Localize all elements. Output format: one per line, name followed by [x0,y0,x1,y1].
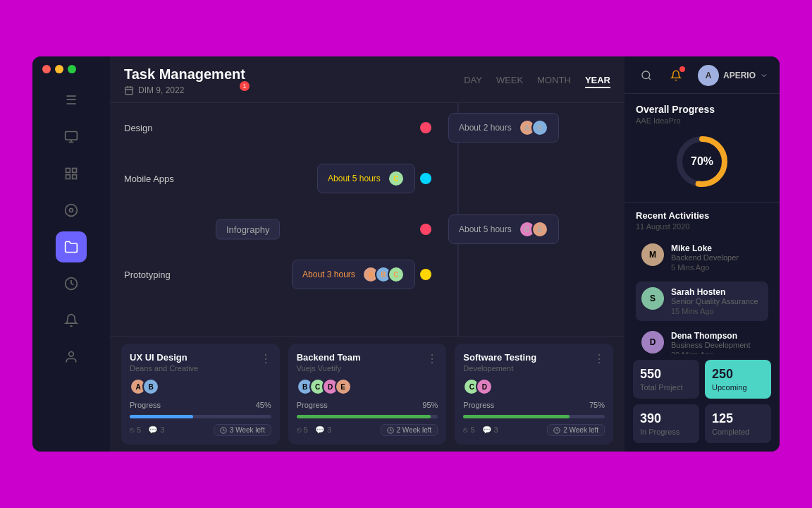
progress-value: 45% [256,401,271,409]
project-subtitle: Deans and Creative [130,364,198,373]
stat-label: In Progress [640,428,692,436]
main-header: Task Management DIM 9, 2022 1 DAY WEEK M… [110,56,625,103]
timeline-card-design: About 2 hours A B [448,113,559,143]
project-title: Backend Team [297,352,361,363]
activity-item-sarah: S Sarah Hosten Senior Quality Assurance … [636,282,768,321]
activity-name: Sarah Hosten [671,287,763,297]
comment-count: 💬 3 [482,425,498,435]
right-panel: A APERIO Overall Progress AAE IdeaPro 70… [625,56,780,452]
stat-label: Upcoming [712,383,764,392]
avatar-sarah: S [641,287,664,310]
timeline-row-mobile-apps: Mobile Apps About 5 hours C [124,161,610,196]
activity-name: Dena Thompson [671,331,763,341]
progress-label: Progress [297,401,328,409]
recent-activities-title: Recent Activities [636,210,768,221]
sidebar-icon-folder[interactable] [56,231,87,262]
svg-rect-11 [125,87,133,94]
tab-day[interactable]: DAY [464,73,482,88]
right-header: A APERIO [625,56,780,94]
traffic-lights [42,65,76,73]
project-title: Software Testing [463,352,536,363]
user-area[interactable]: A APERIO [698,65,768,86]
project-menu-button[interactable]: ⋮ [260,352,271,365]
sidebar-icon-clock[interactable] [56,268,87,299]
sidebar-icon-grid[interactable] [56,158,87,189]
progress-label: Progress [463,401,494,409]
timeline-track-infography: About 5 hours D E Infography [216,212,610,247]
maximize-button[interactable] [68,65,76,73]
avatar: B [142,378,159,395]
progress-donut: 70% [674,133,730,190]
share-count: ⎋ 5 [463,425,474,435]
stat-total-project: 550 Total Project [633,360,699,399]
sidebar-icon-monitor[interactable] [56,121,87,152]
activity-role: Backend Developer [671,253,763,262]
progress-value: 75% [589,401,605,409]
svg-rect-0 [66,132,78,140]
svg-rect-4 [73,169,77,173]
sidebar-icon-user[interactable] [56,341,87,373]
timeline-track-mobile-apps: About 5 hours C [216,161,610,196]
svg-point-7 [66,205,78,217]
project-title: UX UI Design [130,352,198,363]
project-subtitle: Vuejs Vuetify [297,364,361,373]
sidebar-icon-compass[interactable] [56,195,87,226]
timeline-track-prototyping: About 3 hours A B C [216,257,610,292]
activity-item-mike: M Mike Loke Backend Developer 5 Mins Ago [636,238,768,277]
timeline-track-design: About 2 hours A B [216,110,610,145]
page-title: Task Management [124,66,245,83]
sidebar-icon-menu[interactable]: ☰ [56,85,87,116]
overall-progress-title: Overall Progress [636,104,768,115]
minimize-button[interactable] [55,65,63,73]
notification-badge [679,66,685,72]
project-card-ux-ui: UX UI Design Deans and Creative ⋮ A B Pr… [121,344,280,445]
svg-rect-3 [66,169,70,173]
app-window: ☰ Task Management [32,56,780,452]
sidebar-icon-bell[interactable] [56,305,87,336]
stat-completed: 125 Completed [705,404,771,443]
avatar: E [335,378,352,395]
stat-label: Total Project [640,383,692,392]
svg-rect-5 [66,175,70,179]
stat-number: 550 [640,367,692,382]
avatar: D [476,378,493,395]
project-menu-button[interactable]: ⋮ [593,352,605,365]
project-menu-button[interactable]: ⋮ [426,352,438,365]
tab-year[interactable]: YEAR [585,73,610,88]
svg-rect-6 [73,175,77,179]
share-count: ⎋ 5 [297,425,308,435]
project-card-software-testing: Software Testing Developement ⋮ C D Prog… [455,344,613,445]
timeline-row-design: Design About 2 hours A B [124,110,610,145]
activity-name: Mike Loke [671,243,763,253]
search-button[interactable] [636,65,657,86]
tab-month[interactable]: MONTH [537,73,571,88]
chevron-down-icon [760,71,768,80]
tab-week[interactable]: WEEK [496,73,523,88]
overall-progress-section: Overall Progress AAE IdeaPro 70% [625,94,780,203]
notification-button[interactable] [665,65,687,86]
week-badge: 2 Week left [381,424,438,436]
project-card-backend: Backend Team Vuejs Vuetify ⋮ B C D E Pro… [288,344,447,445]
overall-progress-subtitle: AAE IdeaPro [636,116,768,125]
avatar: E [531,221,548,238]
stat-number: 250 [712,367,764,382]
timeline-card-mobile-apps: About 5 hours C [317,164,415,193]
timeline-card-prototyping: About 3 hours A B C [292,260,415,289]
timeline-label-mobile-apps: Mobile Apps [124,174,216,184]
avatar: C [388,170,405,187]
timeline-row-infography: About 5 hours D E Infography [124,212,610,247]
svg-line-19 [648,78,651,80]
comment-count: 💬 3 [148,425,164,435]
recent-activities-section: Recent Activities 11 August 2020 M Mike … [625,203,780,354]
avatar: B [531,119,548,136]
user-avatar: A [698,65,719,86]
activity-item-dena: D Dena Thompson Business Development 30 … [636,325,768,354]
week-badge: 2 Week left [547,424,605,436]
close-button[interactable] [42,65,51,73]
progress-bar [130,415,193,418]
date-badge: DIM 9, 2022 1 [124,85,245,95]
progress-bar [463,415,570,418]
avatar-dena: D [641,331,664,353]
share-count: ⎋ 5 [130,425,141,435]
infography-tag: Infography [216,219,280,240]
